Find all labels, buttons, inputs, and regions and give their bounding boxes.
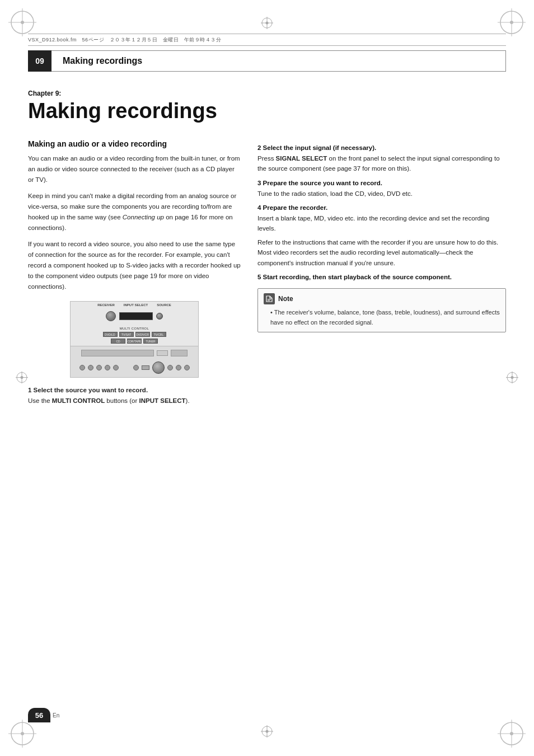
device-buttons-row2: CD CDR/TAPE TUNER (111, 339, 158, 344)
step4-text2: Refer to the instructions that came with… (257, 237, 506, 268)
lang-label: En (53, 712, 59, 719)
reg-mark-right (506, 371, 518, 385)
svg-point-25 (511, 376, 514, 379)
two-column-layout: Making an audio or a video recording You… (28, 139, 506, 409)
device-buttons-row: DVD/LD TV/SAT DVD/VCR TV/CBL (103, 332, 166, 337)
device-btn-dvdld: DVD/LD (103, 332, 118, 337)
chapter-label: Chapter 9: (28, 90, 506, 97)
device-btn-tuner: TUNER (143, 339, 158, 344)
svg-point-29 (266, 730, 269, 733)
left-column: Making an audio or a video recording You… (28, 139, 241, 409)
reg-mark-left (16, 371, 28, 385)
device-bottom-row2 (79, 361, 190, 374)
device-btn-cd: CD (111, 339, 125, 344)
reg-mark-bottom (261, 725, 273, 739)
device-knob-left (106, 311, 116, 321)
chapter-big-title: Making recordings (28, 100, 506, 123)
step2-heading: 2 Select the input signal (if necessary)… (257, 144, 506, 151)
step5-heading: 5 Start recording, then start playback o… (257, 274, 506, 280)
note-label: Note (278, 295, 293, 303)
note-text: • The receiver's volume, balance, tone (… (270, 308, 500, 327)
device-bottom-row1 (81, 350, 188, 356)
chapter-title-box: Making recordings (51, 50, 506, 72)
svg-point-11 (21, 732, 24, 735)
svg-point-3 (21, 21, 24, 24)
chapter-num: 09 (28, 50, 51, 72)
step4-heading: 4 Prepare the recorder. (257, 204, 506, 211)
section-heading: Making an audio or a video recording (28, 139, 241, 149)
section-para1: You can make an audio or a video recordi… (28, 153, 241, 185)
note-header: Note (264, 293, 500, 304)
svg-point-7 (510, 21, 513, 24)
svg-point-33 (266, 22, 269, 25)
right-column: 2 Select the input signal (if necessary)… (257, 139, 506, 409)
section-para2: Keep in mind you can't make a digital re… (28, 191, 241, 233)
section-para3: If you want to record a video source, yo… (28, 239, 241, 292)
device-knob-right (156, 313, 163, 320)
main-content: Chapter 9: Making recordings Making an a… (28, 90, 506, 700)
footer: 56 En (28, 708, 506, 722)
step3-text: Tune to the radio station, load the CD, … (257, 189, 506, 199)
device-btn-dvdvcr: DVD/VCR (135, 332, 150, 337)
step4-text1: Insert a blank tape, MD, video etc. into… (257, 213, 506, 234)
svg-point-21 (21, 376, 24, 379)
step1-label: 1 Select the source you want to record. (28, 387, 241, 393)
device-slot (119, 312, 153, 320)
device-btn-cdrtape: CDR/TAPE (127, 339, 142, 344)
device-btn-tvcbl: TV/CBL (152, 332, 166, 337)
step3-heading: 3 Prepare the source you want to record. (257, 180, 506, 186)
device-illustration: RECEIVER INPUT SELECT SOURCE MULTI CONTR… (70, 301, 199, 378)
step2-text: Press SIGNAL SELECT on the front panel t… (257, 153, 506, 174)
page-number: 56 (28, 708, 50, 722)
device-bottom-panel (71, 346, 198, 377)
note-box: Note • The receiver's volume, balance, t… (257, 288, 506, 332)
device-btn-tvsat: TV/SAT (119, 332, 134, 337)
note-icon (264, 293, 275, 304)
device-top-panel: RECEIVER INPUT SELECT SOURCE MULTI CONTR… (71, 302, 198, 346)
file-info: VSX_D912.book.fm 56ページ ２０３年１２月５日 金曜日 午前９… (28, 36, 221, 44)
header-bar: VSX_D912.book.fm 56ページ ２０３年１２月５日 金曜日 午前９… (28, 34, 506, 46)
step1-text: Use the MULTI CONTROL buttons (or INPUT … (28, 396, 241, 406)
svg-point-15 (510, 732, 513, 735)
chapter-title: Making recordings (63, 56, 142, 66)
reg-mark-top (261, 17, 273, 31)
chapter-header: 09 Making recordings (28, 50, 506, 72)
